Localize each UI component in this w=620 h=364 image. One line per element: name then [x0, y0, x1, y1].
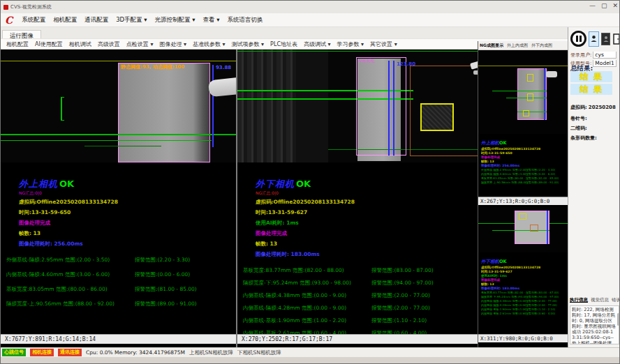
close-button[interactable]: ✕ [612, 2, 618, 9]
green-measure-line [492, 91, 547, 91]
alarm-range: 报警范围:(89.00 - 91.00) [526, 181, 559, 185]
log-text-area[interactable]: 耗时: 222, 网络检测耗时: 17, 网络分差耗时: 0, 网络提取分区耗时… [570, 305, 619, 344]
center-result-text: 外下相机OK NG汇总:0|0 虚拟码:Offline2025020813313… [237, 162, 478, 334]
measure-value: 基板宽度:83.05mm 范围:(80.00 - 86.00) [6, 286, 135, 293]
tool-other-settings[interactable]: 其它设置 ▾ [370, 40, 397, 48]
tab-vision-info[interactable]: 视觉信息 [591, 297, 609, 303]
pixel-coords-bar: X:270;Y:2502;R:17;G:17;B:17 [237, 334, 478, 344]
login-user-label: 登录用户: [570, 52, 591, 59]
lower-camera-error-text: 下相机SN相机故障 [237, 349, 281, 356]
measurement-row: 外侧基线-隔膜:2.95mm 范围:(2.00 - 3.50)报警范围:(2.2… [6, 257, 236, 264]
measure-value: 隔膜宽度-下:95.24mm 范围:(93.00 - 98.00) [243, 280, 371, 287]
status-ok-label: OK [499, 259, 507, 264]
tab-clip-object [208, 77, 236, 98]
model-field[interactable]: Model1 [593, 60, 617, 67]
alarm-range: 报警范围:(81.00 - 85.00) [135, 286, 197, 293]
menu-system-config[interactable]: 系统配置 [22, 16, 45, 24]
user-switch-button[interactable] [601, 33, 610, 45]
exit-button[interactable] [612, 32, 620, 45]
tool-learning-params[interactable]: 学习参数 ▾ [337, 40, 364, 48]
tool-advanced-debug[interactable]: 高级调试 ▾ [304, 40, 331, 48]
feature-yellow-box [527, 93, 533, 101]
measurement-row: 内侧基线-基板:2.61mm 范围:(0.60 - 4.00)报警范围:(0.6… [481, 312, 566, 316]
tool-camera-config[interactable]: 相机配置 [6, 40, 29, 48]
alarm-range: 报警范围:(1.10 - 2.10) [371, 317, 427, 324]
ng-summary-label: NG汇总:0|0 [19, 190, 236, 195]
measurement-row: 隔膜宽度-下:95.24mm 范围:(93.00 - 98.00)报警范围:(9… [243, 280, 478, 287]
left-camera-image[interactable]: 静态阈值:93, 动态阈值:100 93.88 [1, 50, 236, 162]
time-line: 时间:13-31-59-650 [19, 209, 236, 216]
done-line: 图像处理完成 [256, 230, 478, 237]
menu-bar: C 系统配置 相机配置 通讯配置 3D手配置 ▾ 光源控制配置 ▾ 查看 ▾ 系… [1, 13, 620, 27]
green-bracket-marker [61, 97, 64, 121]
menu-view[interactable]: 查看 ▾ [203, 16, 220, 24]
roi-brown-box [530, 225, 538, 232]
log-scrollbar[interactable] [617, 313, 619, 326]
alarm-range: 报警范围:(0.00 - 6.00) [135, 271, 190, 278]
cpu-memory-text: Cpu: 0.0% Memory: 3424.41796875M [86, 349, 185, 356]
menu-3d-config[interactable]: 3D手配置 ▾ [116, 16, 147, 24]
camera-connect-badge: 相机连接 [30, 349, 54, 356]
pause-button[interactable] [570, 31, 586, 47]
alarm-range: 报警范围:(83.00 - 87.00) [371, 267, 434, 274]
heartbeat-badge: 心跳信号 [2, 349, 26, 356]
tool-camera-debug[interactable]: 相机调试 [69, 40, 91, 48]
green-measure-line [1, 134, 236, 135]
frames-line: 帧数: 13 [19, 230, 236, 237]
exit-door-icon [613, 33, 620, 45]
tool-test-params[interactable]: 测试项参数 ▾ [232, 40, 265, 48]
thumbnail-column: NG成图显示 外上内成图 外下内成图 外上相机OK 虚拟码:Offline202… [478, 41, 568, 347]
measure-value: 内侧基线-隔膜:4.38mm 范围:(0.00 - 9.00) [243, 292, 371, 299]
thumbnail-lower-image[interactable] [478, 206, 568, 252]
app-icon [3, 5, 8, 10]
tool-plc-address[interactable]: PLC地址表 [270, 40, 297, 48]
thumbnail-upper-text: 外上相机OK 虚拟码:Offline20250208133134728 时间:1… [481, 134, 566, 197]
measure-value: 隔膜宽度-上:90.56mm 范围:(88.00 - 92.00) [6, 301, 135, 308]
measure-value: 内侧基线-隔膜:4.60mm 范围:(3.00 - 6.00) [6, 271, 135, 278]
minimize-button[interactable]: — [589, 2, 596, 9]
ng-summary-label: NG汇总:0|0 [256, 190, 478, 195]
menu-language-switch[interactable]: 系统语言切换 [228, 16, 263, 24]
measure-value: 内侧基线-隔膜:4.28mm 范围:(0.00 - 9.00) [243, 305, 371, 312]
pixel-coords-bar: X:7677;Y:891;R:14;G:14;B:14 [1, 334, 236, 344]
barcode-line: 虚拟码:Offline20250208133134728 [256, 199, 478, 206]
measurement-row: 内侧基线-基板:1.90mm 范围:(1.00 - 2.20)报警范围:(1.1… [243, 317, 478, 324]
tab-upper-inner[interactable]: 外上内成图 [507, 43, 528, 49]
thumbnail-upper-image[interactable] [478, 50, 568, 134]
tool-baseline-params[interactable]: 基准线参数 ▾ [193, 40, 226, 48]
virtual-code-label: 虚拟码: [570, 104, 587, 111]
status-ok-label: OK [499, 140, 507, 146]
done-line: 图像处理完成 [19, 220, 236, 227]
feature-yellow-box [420, 103, 454, 131]
camera-title: 外下相机 [256, 179, 295, 189]
center-camera-image[interactable]: AI检测框 123.80 [237, 50, 478, 162]
ai-box-label: AI检测框 [358, 58, 375, 64]
login-user-field[interactable]: cys [593, 52, 617, 59]
machine-structure [296, 50, 328, 162]
user-login-button[interactable] [589, 31, 599, 47]
measurement-row: 内侧基线-隔膜:4.28mm 范围:(0.00 - 9.00)报警范围:(2.0… [243, 305, 478, 312]
tab-ng-display[interactable]: NG成图显示 [480, 43, 503, 49]
tool-ai-config[interactable]: AI使用配置 [35, 40, 63, 48]
maximize-button[interactable]: ▢ [601, 2, 607, 9]
camera-title: 外上相机 [19, 179, 58, 189]
measurement-rows: 基板宽度:83.77mm 范围:(82.00 - 88.00)报警范围:(83.… [243, 267, 478, 334]
tab-error-info[interactable]: 错误信息 [612, 297, 620, 303]
tab-exec-info[interactable]: 执行信息 [570, 297, 588, 303]
virtual-code-value: 20250208 [589, 105, 616, 110]
tool-spot-check[interactable]: 点检设置 ▾ [126, 40, 154, 48]
menu-camera-config[interactable]: 相机配置 [53, 16, 77, 24]
menu-comm-config[interactable]: 通讯配置 [84, 16, 108, 24]
tool-image-processing[interactable]: 图像处理 ▾ [159, 40, 186, 48]
threshold-overlay-label: 静态阈值:93, 动态阈值:100 [121, 63, 184, 70]
menu-light-config[interactable]: 光源控制配置 ▾ [155, 16, 195, 24]
pause-icon [580, 36, 582, 42]
tool-advanced-settings[interactable]: 高级设置 [98, 40, 120, 48]
feature-yellow-box [527, 74, 533, 82]
status-ok-label: OK [296, 179, 311, 189]
status-ok-label: OK [59, 179, 74, 189]
green-measure-line [506, 98, 547, 98]
tab-lower-inner[interactable]: 外下内成图 [531, 43, 552, 49]
alarm-range: 报警范围:(0.60 - 4.00) [526, 312, 555, 316]
time-line: 时间:13-31-59-627 [256, 209, 478, 216]
